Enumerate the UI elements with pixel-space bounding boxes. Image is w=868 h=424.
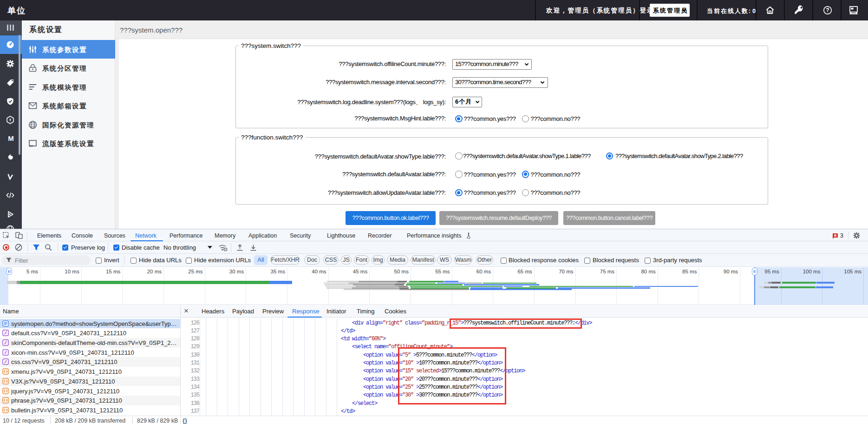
svg-text:?: ? <box>826 7 829 13</box>
